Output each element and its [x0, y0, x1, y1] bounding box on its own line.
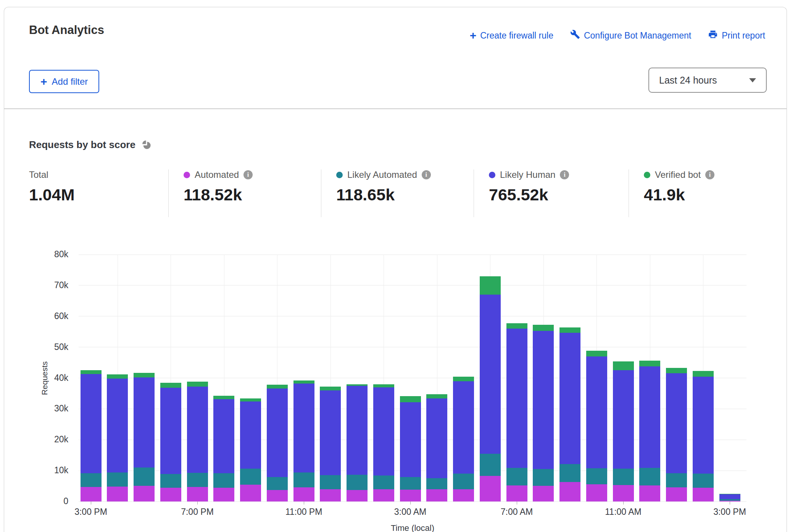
- x-tick-mark: [517, 501, 517, 505]
- bar-300pm[interactable]: [719, 494, 740, 501]
- segment-automated: [81, 487, 102, 501]
- segment-likely-automated: [559, 464, 580, 482]
- bar-300am[interactable]: [400, 396, 421, 501]
- segment-verified-bot: [134, 373, 155, 377]
- bar-1100am[interactable]: [613, 361, 634, 501]
- x-tick-label: 7:00 AM: [486, 507, 547, 517]
- segment-verified-bot: [320, 387, 341, 390]
- segment-automated: [160, 488, 181, 501]
- header-divider: [4, 108, 787, 109]
- bar-200am[interactable]: [373, 384, 394, 501]
- x-tick-mark: [304, 501, 304, 505]
- stat-likely-automated-label: Likely Automated: [347, 169, 417, 180]
- segment-verified-bot: [160, 383, 181, 387]
- bar-700pm[interactable]: [187, 382, 208, 501]
- bar-800am[interactable]: [533, 325, 554, 501]
- segment-verified-bot: [639, 361, 660, 366]
- gridline-horizontal: [79, 316, 746, 316]
- bar-700am[interactable]: [506, 323, 527, 501]
- stat-likely-human-value: 765.52k: [489, 185, 569, 204]
- segment-likely-human: [293, 384, 314, 472]
- bar-400pm[interactable]: [107, 374, 128, 501]
- segment-likely-automated: [426, 478, 447, 490]
- segment-likely-human: [134, 377, 155, 468]
- segment-likely-automated: [267, 477, 288, 490]
- create-firewall-rule-link[interactable]: + Create firewall rule: [470, 31, 553, 41]
- segment-verified-bot: [533, 325, 554, 330]
- bar-600am[interactable]: [480, 276, 501, 501]
- segment-automated: [666, 487, 687, 501]
- print-report-link[interactable]: Print report: [708, 29, 765, 42]
- bar-900pm[interactable]: [240, 398, 261, 501]
- bar-1100pm[interactable]: [293, 380, 314, 501]
- segment-likely-human: [666, 373, 687, 473]
- segment-likely-automated: [293, 472, 314, 487]
- segment-likely-automated: [160, 474, 181, 488]
- x-tick-label: 11:00 AM: [593, 507, 654, 517]
- segment-likely-automated: [347, 475, 368, 490]
- segment-likely-human: [533, 331, 554, 469]
- chevron-down-icon: [749, 78, 756, 82]
- segment-verified-bot: [293, 380, 314, 384]
- segment-automated: [533, 486, 554, 501]
- segment-likely-automated: [666, 473, 687, 487]
- bot-analytics-card: Bot Analytics + Create firewall rule Con…: [4, 7, 787, 532]
- stat-separator: [629, 169, 629, 217]
- stacked-bar-chart: [79, 255, 746, 501]
- bar-100pm[interactable]: [666, 368, 687, 501]
- segment-verified-bot: [240, 398, 261, 401]
- segment-verified-bot: [400, 396, 421, 402]
- bar-500am[interactable]: [453, 377, 474, 501]
- bar-600pm[interactable]: [160, 383, 181, 501]
- bar-1000pm[interactable]: [267, 385, 288, 501]
- segment-likely-human: [373, 387, 394, 476]
- gridline-horizontal: [79, 347, 746, 347]
- segment-likely-automated: [373, 476, 394, 489]
- section-title-row: Requests by bot score: [29, 139, 152, 151]
- bar-400am[interactable]: [426, 394, 447, 501]
- bar-900am[interactable]: [559, 327, 580, 501]
- segment-verified-bot: [613, 361, 634, 370]
- segment-likely-human: [559, 333, 580, 464]
- y-tick-label: 0: [4, 496, 68, 506]
- info-icon[interactable]: i: [560, 170, 569, 179]
- likely-automated-legend-dot: [336, 172, 343, 178]
- pie-chart-icon: [142, 140, 152, 150]
- segment-automated: [453, 489, 474, 501]
- stat-likely-human: Likely Human i 765.52k: [489, 169, 569, 204]
- segment-automated: [320, 489, 341, 501]
- x-tick-label: 3:00 PM: [60, 507, 121, 517]
- info-icon[interactable]: i: [705, 170, 714, 179]
- y-tick-label: 60k: [4, 311, 68, 321]
- segment-likely-automated: [107, 472, 128, 487]
- bar-1000am[interactable]: [586, 351, 607, 501]
- stat-separator: [474, 169, 474, 217]
- create-firewall-rule-label: Create firewall rule: [480, 31, 553, 41]
- add-filter-button[interactable]: + Add filter: [29, 70, 99, 93]
- configure-bot-management-link[interactable]: Configure Bot Management: [570, 29, 691, 42]
- stat-verified-bot-label: Verified bot: [655, 169, 701, 180]
- segment-automated: [267, 490, 288, 501]
- stat-likely-human-label: Likely Human: [500, 169, 555, 180]
- x-axis-title: Time (local): [79, 523, 746, 532]
- segment-likely-human: [506, 329, 527, 468]
- bar-1200pm[interactable]: [639, 361, 660, 501]
- time-range-dropdown[interactable]: Last 24 hours: [648, 68, 767, 93]
- bar-500pm[interactable]: [134, 373, 155, 501]
- info-icon[interactable]: i: [243, 170, 253, 179]
- bar-200pm[interactable]: [693, 371, 714, 501]
- bar-1200am[interactable]: [320, 387, 341, 501]
- segment-automated: [240, 485, 261, 501]
- bar-800pm[interactable]: [213, 396, 234, 501]
- bar-300pm[interactable]: [81, 370, 102, 501]
- segment-likely-human: [213, 399, 234, 474]
- info-icon[interactable]: i: [422, 170, 431, 179]
- segment-automated: [373, 489, 394, 501]
- segment-verified-bot: [107, 374, 128, 379]
- y-tick-label: 80k: [4, 249, 68, 260]
- segment-verified-bot: [559, 327, 580, 333]
- x-tick-mark: [730, 501, 730, 505]
- automated-legend-dot: [184, 172, 190, 178]
- bar-100am[interactable]: [347, 384, 368, 501]
- add-filter-label: Add filter: [52, 76, 88, 87]
